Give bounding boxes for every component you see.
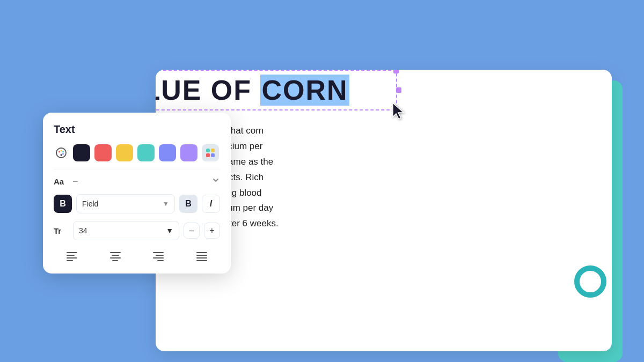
align-right-button[interactable] (140, 248, 177, 265)
size-row: Tr 34 ▼ – + (54, 221, 220, 240)
svg-point-0 (56, 148, 66, 158)
size-increase-button[interactable]: + (204, 223, 220, 239)
alignment-row (54, 248, 220, 265)
color-swatch-purple[interactable] (180, 144, 197, 161)
color-row (54, 144, 220, 161)
align-justify-button[interactable] (184, 248, 221, 265)
size-label: Tr (54, 226, 69, 235)
size-chevron-icon: ▼ (166, 226, 173, 235)
size-value: 34 (79, 226, 87, 235)
color-swatch-black[interactable] (73, 144, 90, 161)
align-center-icon (110, 252, 121, 261)
font-field-chevron-icon: ▼ (163, 200, 169, 208)
font-dash: – (73, 176, 78, 186)
align-justify-icon (196, 252, 207, 261)
bold-btn-label: B (185, 199, 192, 209)
svg-point-3 (62, 151, 64, 153)
align-left-button[interactable] (54, 248, 91, 265)
color-swatch-yellow[interactable] (116, 144, 133, 161)
heading-text-normal: VALUE OF (156, 75, 260, 106)
size-tr-label: Tr (54, 226, 61, 235)
separator-1 (54, 169, 220, 169)
svg-point-1 (58, 151, 60, 153)
svg-point-5 (61, 154, 62, 156)
svg-point-2 (61, 150, 62, 152)
svg-point-4 (62, 153, 64, 155)
aa-label: Aa (54, 177, 69, 186)
size-dropdown[interactable]: 34 ▼ (73, 221, 179, 240)
svg-rect-7 (211, 149, 215, 152)
italic-label: I (210, 199, 212, 209)
svg-rect-9 (211, 153, 215, 157)
content-area: VALUE OF CORN ng has confirmed that corn… (102, 70, 612, 351)
font-aa-row: Aa – (54, 176, 220, 187)
color-palette-icon[interactable] (54, 145, 69, 160)
font-field-dropdown[interactable]: Field ▼ (76, 194, 175, 213)
color-swatch-teal[interactable] (137, 144, 155, 161)
svg-rect-6 (206, 149, 210, 152)
plus-icon: + (209, 226, 214, 235)
align-right-icon (153, 252, 164, 261)
minus-icon: – (189, 226, 194, 235)
bold-button[interactable]: B (179, 195, 197, 213)
panel-title: Text (54, 123, 220, 136)
color-swatch-red[interactable] (94, 144, 112, 161)
teal-ring-decoration (574, 265, 606, 298)
italic-button[interactable]: I (202, 195, 220, 213)
text-formatting-panel: Text (43, 113, 231, 274)
bold-label: B (60, 199, 66, 209)
color-swatch-purple-light[interactable] (159, 144, 176, 161)
selection-handle-tr (393, 70, 399, 73)
bold-font-italic-row: B Field ▼ B I (54, 194, 220, 213)
font-chevron[interactable] (211, 176, 220, 187)
svg-rect-8 (206, 153, 210, 157)
bold-indicator: B (54, 195, 72, 213)
align-center-button[interactable] (97, 248, 134, 265)
heading-text-highlighted: CORN (260, 75, 349, 106)
size-decrease-button[interactable]: – (184, 223, 200, 239)
heading-dashed-border: VALUE OF CORN (156, 70, 397, 110)
color-more-button[interactable] (202, 144, 219, 161)
align-left-icon (67, 252, 77, 261)
heading-text: VALUE OF CORN (156, 74, 390, 106)
heading-selection-box[interactable]: VALUE OF CORN (156, 70, 397, 110)
font-field-text: Field (82, 200, 98, 208)
